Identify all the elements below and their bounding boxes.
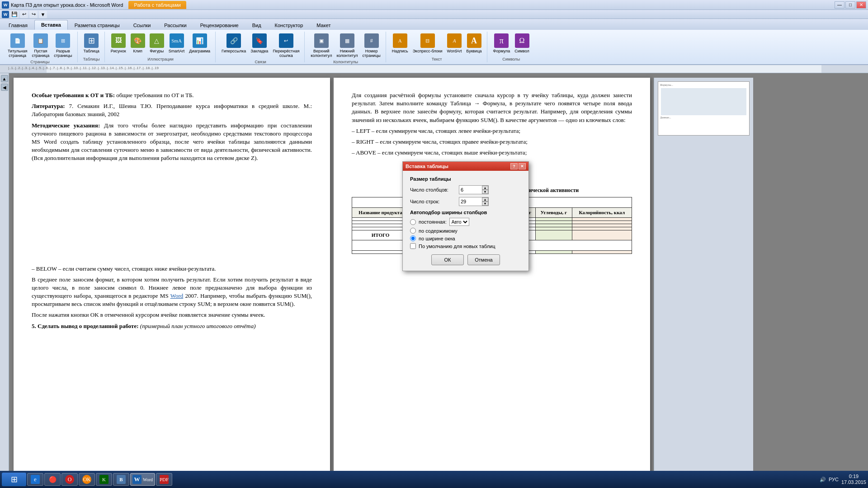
literature-paragraph: Литература: 7. Семакин И.Г., Шеина Т.Ю. …	[32, 102, 312, 118]
crossref-button[interactable]: ↩ Перекрёстнаяссылка	[271, 33, 301, 59]
footer-button[interactable]: ▦ Нижнийколонтитул	[335, 33, 359, 59]
content-radio[interactable]	[410, 228, 416, 234]
window-radio[interactable]	[410, 235, 416, 241]
wordart-icon: A	[447, 33, 462, 48]
fixed-select[interactable]: Авто	[449, 218, 469, 226]
hyperlink-button[interactable]: 🔗 Гиперссылка	[220, 33, 247, 54]
formula-button[interactable]: π Формула	[492, 33, 512, 54]
default-checkbox[interactable]	[410, 243, 416, 249]
symbols-buttons: π Формула Ω Символ	[492, 33, 531, 56]
symbol-button[interactable]: Ω Символ	[513, 33, 530, 54]
chart-button[interactable]: 📊 Диаграмма	[188, 33, 212, 54]
dialog-help-button[interactable]: ?	[510, 163, 518, 169]
quickparts-button[interactable]: ⊟ Экспресс-блоки	[411, 33, 444, 54]
taskbar-chrome[interactable]: 🔴	[44, 473, 61, 486]
document-thumbnail: Формулы... Данные...	[658, 81, 750, 136]
smartart-button[interactable]: SmA SmartArt	[167, 33, 186, 54]
tab-references[interactable]: Ссылки	[127, 20, 158, 30]
maximize-button[interactable]: □	[845, 1, 855, 9]
hyperlink-label: Гиперссылка	[222, 49, 246, 53]
taskbar-kaspersky[interactable]: K	[96, 473, 112, 486]
pdf-icon: PDF	[160, 475, 169, 484]
wordart-button[interactable]: A WordArt	[446, 33, 463, 54]
blank-page-button[interactable]: 📋 Пустаястраница	[30, 33, 51, 59]
sidebar-btn[interactable]: ◀	[1, 84, 8, 91]
word-link[interactable]: Word	[170, 292, 184, 299]
save-quick-button[interactable]: 💾	[10, 11, 19, 18]
dialog-close-button[interactable]: ✕	[519, 163, 526, 169]
table-button[interactable]: ⊞ Таблица	[82, 33, 101, 54]
taskbar-vk[interactable]: В	[113, 473, 129, 486]
textbox-icon: A	[393, 33, 407, 48]
taskbar-opera[interactable]: O	[61, 473, 78, 486]
fixed-radio[interactable]	[410, 219, 416, 225]
tab-home[interactable]: Главная	[2, 20, 34, 30]
tray-lang-icon: РУС	[829, 477, 839, 482]
dropcap-label: Буквица	[466, 49, 481, 53]
picture-button[interactable]: 🖼 Рисунок	[109, 33, 127, 54]
window-label: по ширине окна	[419, 236, 455, 241]
redo-button[interactable]: ↪	[29, 11, 38, 18]
tab-mailings[interactable]: Рассылки	[157, 20, 193, 30]
header-button[interactable]: ▣ Верхнийколонтитул	[309, 33, 333, 59]
col-calories: Калорийность, ккал	[572, 207, 632, 217]
tab-review[interactable]: Рецензирование	[193, 20, 245, 30]
scroll-up-button[interactable]: ▲	[1, 75, 8, 82]
textbox-button[interactable]: A Надпись	[391, 33, 410, 54]
dialog-title-controls: ? ✕	[510, 163, 526, 169]
cancel-button[interactable]: Отмена	[467, 254, 500, 265]
quick-access-more-button[interactable]: ▼	[39, 11, 47, 18]
taskbar-pdf[interactable]: PDF	[156, 473, 172, 486]
blank-page-label: Пустаястраница	[32, 49, 49, 58]
itogo-label-cell: ИТОГО	[352, 230, 409, 240]
rows-down-button[interactable]: ▼	[482, 202, 488, 206]
columns-label: Число столбцов:	[410, 187, 455, 192]
ribbon-group-text: A Надпись ⊟ Экспресс-блоки A WordArt A Б…	[387, 32, 487, 62]
rows-row: Число строк: ▲ ▼	[410, 197, 521, 206]
page-number-icon: #	[364, 33, 379, 48]
cell-product-4	[352, 227, 409, 230]
table-icon: ⊞	[84, 33, 99, 48]
start-button[interactable]: ⊞	[2, 473, 26, 486]
bookmark-button[interactable]: 🔖 Закладка	[249, 33, 269, 54]
undo-button[interactable]: ↩	[20, 11, 28, 18]
minimize-button[interactable]: —	[835, 1, 844, 9]
work-tab[interactable]: Работа с таблицами	[128, 1, 186, 9]
tab-view[interactable]: Вид	[245, 20, 268, 30]
page-number-button[interactable]: # Номерстраницы	[361, 33, 382, 59]
headers-buttons: ▣ Верхнийколонтитул ▦ Нижнийколонтитул #…	[309, 33, 382, 59]
columns-up-button[interactable]: ▲	[482, 186, 488, 190]
illustrations-group-label: Иллюстрации	[147, 57, 174, 61]
clip-button[interactable]: 🎨 Клип	[129, 33, 146, 54]
content-radio-row: по содержимому	[410, 228, 521, 234]
columns-down-button[interactable]: ▼	[482, 190, 488, 194]
rows-up-button[interactable]: ▲	[482, 197, 488, 202]
main-area: ▲ ◀ Особые требования к ОТ и ТБ: общие т…	[0, 73, 868, 478]
picture-icon: 🖼	[111, 33, 126, 48]
formula-intro: Для создания расчётной формулы установит…	[352, 91, 632, 124]
clock-time: 0:19	[841, 474, 866, 479]
taskbar-odnoklassniki[interactable]: ОК	[79, 473, 95, 486]
rows-input[interactable]	[459, 197, 482, 206]
tab-constructor[interactable]: Конструктор	[268, 20, 310, 30]
shapes-icon: △	[150, 33, 164, 48]
taskbar-word[interactable]: W Word	[130, 473, 155, 486]
columns-input[interactable]	[459, 186, 482, 194]
crossref-icon: ↩	[279, 33, 293, 48]
shapes-button[interactable]: △ Фигуры	[148, 33, 165, 54]
title-bar-left: W Карта ПЗ для открыт урока.docx - Micro…	[2, 1, 186, 9]
document-area[interactable]: Особые требования к ОТ и ТБ: общие требо…	[9, 73, 868, 478]
tray-sound-icon: 🔊	[820, 477, 826, 483]
columns-row: Число столбцов: ▲ ▼	[410, 185, 521, 194]
tab-layout[interactable]: Макет	[310, 20, 337, 30]
taskbar-ie[interactable]: e	[27, 473, 43, 486]
tab-page-layout[interactable]: Разметка страницы	[68, 20, 127, 30]
dropcap-button[interactable]: A Буквица	[465, 33, 483, 54]
close-button[interactable]: ✕	[856, 1, 866, 9]
title-page-button[interactable]: 📄 Титульнаястраница	[6, 33, 28, 59]
page-break-button[interactable]: ⊞ Разрывстраницы	[52, 33, 73, 59]
literature-label: Литература:	[32, 103, 65, 109]
tab-insert[interactable]: Вставка	[34, 20, 68, 30]
kaspersky-icon: K	[99, 475, 108, 484]
ok-button[interactable]: ОК	[431, 254, 464, 265]
